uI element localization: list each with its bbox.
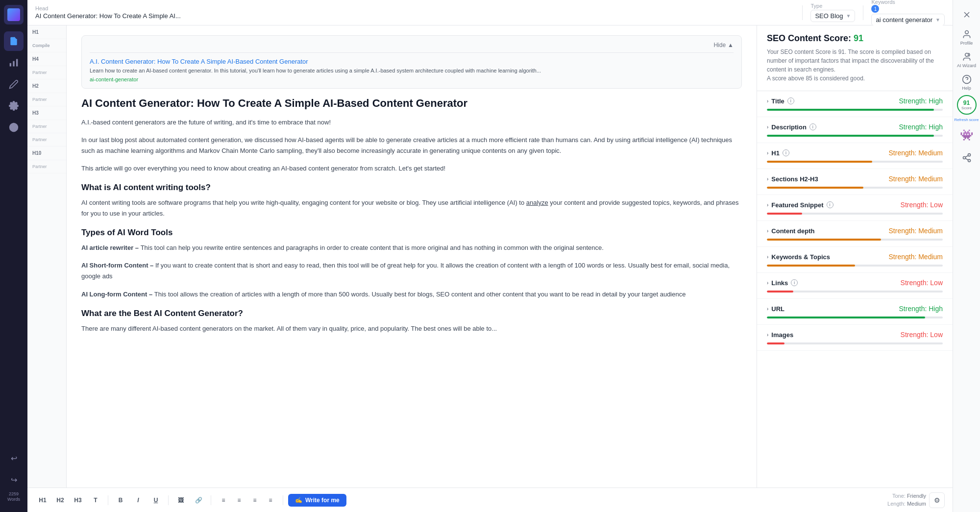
align-justify-button[interactable]: ≡ <box>263 493 278 507</box>
align-center-button[interactable]: ≡ <box>232 493 246 507</box>
head-label: Head <box>35 5 794 11</box>
toolbar-settings-button[interactable]: ⚙ <box>929 492 945 508</box>
keywords-dropdown[interactable]: ai content generator ▼ <box>871 14 945 26</box>
meta-item-h1: H1 <box>27 25 66 39</box>
chevron-icon-4: › <box>767 202 768 208</box>
info-icon-4[interactable]: i <box>827 201 833 208</box>
image-button[interactable]: 🖼 <box>173 493 188 507</box>
meta-item-partner5: Partner <box>27 160 66 173</box>
seo-score-circle[interactable]: 91 Score <box>957 95 977 115</box>
seo-item-header-7[interactable]: › Links i Strength: Low <box>767 279 943 287</box>
align-left-button[interactable]: ≡ <box>216 493 231 507</box>
seo-item-name-8: URL <box>771 305 784 313</box>
refresh-score-button[interactable]: Refresh score <box>955 118 979 122</box>
chevron-icon-5: › <box>767 228 768 234</box>
chevron-icon-1: › <box>767 124 768 130</box>
heading2-button[interactable]: H2 <box>53 493 68 507</box>
underline-button[interactable]: U <box>148 493 163 507</box>
progress-bar-5 <box>767 239 943 241</box>
progress-fill-9 <box>767 342 784 344</box>
sidebar-item-pen[interactable] <box>4 74 24 94</box>
progress-fill-3 <box>767 187 863 189</box>
article-tool-2[interactable]: AI Short-form Content – If you want to c… <box>81 260 742 282</box>
seo-item-header-5[interactable]: › Content depth Strength: Medium <box>767 227 943 235</box>
seo-item-content-depth: › Content depth Strength: Medium <box>757 221 953 247</box>
seo-item-header-6[interactable]: › Keywords & Topics Strength: Medium <box>767 253 943 261</box>
editor-sidebar: H1 Compile H4 Partner H2 Partner H3 Part… <box>27 25 67 488</box>
article-body-2[interactable]: This article will go over everything you… <box>81 163 742 174</box>
write-icon: ✍ <box>295 497 302 504</box>
meta-item-partner3: Partner <box>27 120 66 133</box>
article-body-last[interactable]: There are many different AI-based conten… <box>81 323 742 334</box>
heading1-button[interactable]: H1 <box>35 493 50 507</box>
meta-item-partner4: Partner <box>27 133 66 146</box>
article-tool-3[interactable]: AI Long-form Content – This tool allows … <box>81 289 742 300</box>
ai-wizard-button[interactable]: AI Wizard <box>957 50 977 70</box>
sidebar-item-document[interactable] <box>4 31 24 51</box>
article-intro[interactable]: A.I.-based content generators are the fu… <box>81 118 742 128</box>
toolbar-divider-1 <box>108 495 108 505</box>
progress-fill-0 <box>767 109 934 111</box>
seo-item-header-8[interactable]: › URL Strength: High <box>767 305 943 313</box>
bold-button[interactable]: B <box>113 493 128 507</box>
meta-preview: Hide ▲ A.I. Content Generator: How To Cr… <box>81 35 742 89</box>
italic-button[interactable]: I <box>131 493 146 507</box>
heading3-button[interactable]: H3 <box>71 493 85 507</box>
progress-bar-3 <box>767 187 943 189</box>
toolbar-divider-3 <box>211 495 211 505</box>
help-button[interactable]: Help <box>957 73 977 92</box>
seo-item-header-9[interactable]: › Images Strength: Low <box>767 331 943 339</box>
seo-header: SEO Content Score: 91 Your SEO content S… <box>757 25 953 91</box>
seo-item-title: › Title i Strength: High <box>757 91 953 117</box>
sidebar-item-redo[interactable]: ↪ <box>4 470 24 489</box>
chevron-icon-8: › <box>767 306 768 312</box>
article-tool-1[interactable]: AI article rewriter – This tool can help… <box>81 243 742 253</box>
link-button[interactable]: 🔗 <box>191 493 206 507</box>
monster-icon[interactable]: 👾 <box>957 125 977 145</box>
close-button[interactable] <box>957 5 977 24</box>
seo-item-header-2[interactable]: › H1 i Strength: Medium <box>767 149 943 157</box>
strength-label-0: Strength: High <box>899 97 943 105</box>
sidebar-item-undo[interactable]: ↩ <box>4 448 24 468</box>
editor-content[interactable]: Hide ▲ A.I. Content Generator: How To Cr… <box>67 25 757 488</box>
seo-item-h1: › H1 i Strength: Medium <box>757 143 953 169</box>
article-body-1[interactable]: In our last blog post about automated co… <box>81 135 742 156</box>
sidebar-item-settings[interactable] <box>4 96 24 116</box>
seo-score-display: 91 <box>854 33 863 43</box>
text-button[interactable]: T <box>88 493 103 507</box>
main-area: Head AI Content Generator: How To Create… <box>27 0 953 512</box>
profile-button[interactable]: Profile <box>957 27 977 47</box>
article-h2-3[interactable]: What are the Best AI Content Generator? <box>81 309 742 318</box>
seo-item-name-1: Description <box>771 123 807 131</box>
profile-label: Profile <box>960 41 973 46</box>
strength-label-4: Strength: Low <box>901 201 943 209</box>
sidebar-item-chart[interactable] <box>4 53 24 73</box>
article-title[interactable]: AI Content Generator: How To Create A Si… <box>81 97 742 111</box>
write-for-me-button[interactable]: ✍ Write for me <box>288 494 346 507</box>
seo-item-header-3[interactable]: › Sections H2-H3 Strength: Medium <box>767 175 943 183</box>
type-dropdown[interactable]: SEO Blog ▼ <box>810 10 855 22</box>
svg-point-11 <box>965 53 968 56</box>
share-icon[interactable] <box>957 148 977 168</box>
seo-item-header-0[interactable]: › Title i Strength: High <box>767 97 943 105</box>
progress-bar-9 <box>767 342 943 344</box>
seo-item-header-1[interactable]: › Description i Strength: High <box>767 123 943 131</box>
type-label: Type <box>810 3 855 9</box>
align-right-button[interactable]: ≡ <box>247 493 262 507</box>
info-icon-1[interactable]: i <box>809 123 816 130</box>
chevron-icon-9: › <box>767 332 768 338</box>
ai-wizard-label: AI Wizard <box>957 63 976 68</box>
sidebar-item-globe[interactable] <box>4 118 24 137</box>
help-label: Help <box>962 86 971 91</box>
toolbar-divider-4 <box>283 495 283 505</box>
article-h2-2[interactable]: Types of AI Word Tools <box>81 228 742 238</box>
info-icon-0[interactable]: i <box>787 98 794 104</box>
article-body-3[interactable]: AI content writing tools are software pr… <box>81 197 742 219</box>
info-icon-2[interactable]: i <box>783 149 789 156</box>
seo-item-url: › URL Strength: High <box>757 299 953 325</box>
article-h2-1[interactable]: What is AI content writing tools? <box>81 183 742 193</box>
seo-item-header-4[interactable]: › Featured Snippet i Strength: Low <box>767 201 943 209</box>
hide-button[interactable]: Hide ▲ <box>713 42 734 49</box>
app-logo[interactable] <box>4 5 24 24</box>
info-icon-7[interactable]: i <box>791 279 798 286</box>
